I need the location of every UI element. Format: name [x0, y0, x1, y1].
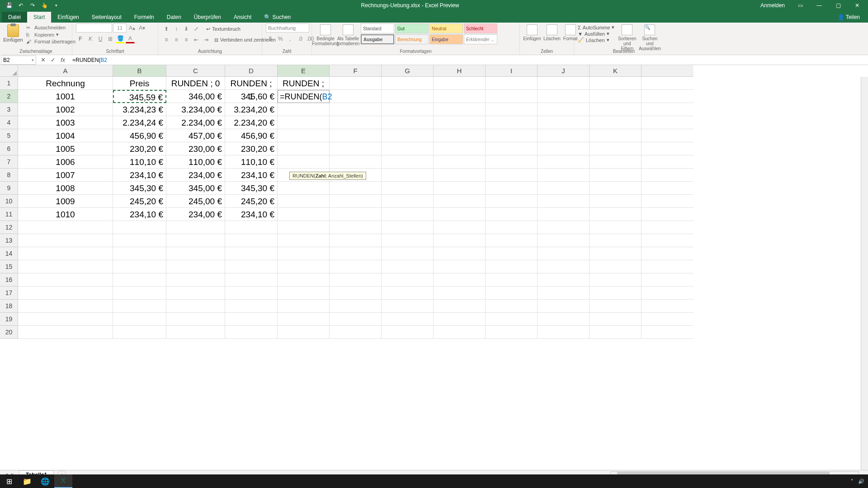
cell[interactable]	[278, 195, 330, 208]
align-middle-icon[interactable]: ↕	[172, 24, 181, 33]
cell[interactable]	[113, 326, 166, 339]
cell[interactable]: =RUNDEN(B2	[278, 90, 330, 103]
tab-formeln[interactable]: Formeln	[128, 12, 160, 23]
tab-start[interactable]: Start	[27, 12, 51, 23]
cell[interactable]	[330, 195, 382, 208]
percent-icon[interactable]: %	[276, 34, 285, 43]
cell[interactable]	[486, 116, 538, 129]
cell[interactable]	[278, 260, 330, 273]
cell[interactable]	[382, 247, 434, 260]
cell[interactable]	[538, 116, 590, 129]
cell[interactable]: 3.234,20 €	[225, 103, 278, 116]
cell[interactable]	[486, 208, 538, 221]
cell[interactable]	[330, 247, 382, 260]
cell[interactable]	[225, 313, 278, 326]
cell[interactable]: 1001	[18, 90, 113, 103]
cell[interactable]	[538, 247, 590, 260]
cell[interactable]	[330, 300, 382, 313]
cell[interactable]	[113, 313, 166, 326]
copy-button[interactable]: ⎘Kopieren ▾	[25, 31, 76, 38]
cell[interactable]	[434, 326, 486, 339]
row-header[interactable]: 19	[0, 313, 18, 326]
tab-ansicht[interactable]: Ansicht	[227, 12, 258, 23]
cell[interactable]: 1002	[18, 103, 113, 116]
tab-datei[interactable]: Datei	[2, 12, 27, 23]
cell[interactable]	[434, 129, 486, 142]
name-box[interactable]: B2	[1, 56, 36, 65]
cell[interactable]: 1006	[18, 155, 113, 169]
cell[interactable]: 234,00 €	[166, 169, 225, 182]
tab-teilen[interactable]: 👤 Teilen	[831, 12, 866, 23]
row-header[interactable]: 20	[0, 326, 18, 339]
align-left-icon[interactable]: ≡	[162, 35, 171, 44]
cell[interactable]	[382, 182, 434, 195]
cell[interactable]	[538, 208, 590, 221]
cell[interactable]	[278, 182, 330, 195]
cell[interactable]	[538, 103, 590, 116]
cell[interactable]	[486, 182, 538, 195]
row-header[interactable]: 10	[0, 195, 18, 208]
cell[interactable]	[113, 247, 166, 260]
cell[interactable]	[538, 313, 590, 326]
cell[interactable]	[434, 90, 486, 103]
cell[interactable]	[166, 326, 225, 339]
row-header[interactable]: 14	[0, 247, 18, 260]
cell[interactable]	[166, 313, 225, 326]
cell[interactable]	[590, 90, 642, 103]
cell-styles-gallery[interactable]: Standard Gut Neutral Schlecht Ausgabe Be…	[361, 23, 497, 44]
cell[interactable]	[113, 286, 166, 300]
fill-color-button[interactable]: 🪣	[116, 34, 125, 43]
cell[interactable]	[590, 155, 642, 169]
cell[interactable]: RUNDEN ; -1	[278, 77, 330, 90]
cell[interactable]	[225, 273, 278, 286]
cell[interactable]	[538, 300, 590, 313]
autosum-button[interactable]: Σ AutoSumme ▾	[578, 24, 614, 30]
cell[interactable]	[382, 300, 434, 313]
row-header[interactable]: 15	[0, 260, 18, 273]
cell[interactable]: Preis	[113, 77, 166, 90]
cell[interactable]: 456,90 €	[113, 129, 166, 142]
cell[interactable]	[382, 286, 434, 300]
cell[interactable]	[330, 234, 382, 247]
cell[interactable]	[434, 247, 486, 260]
column-header[interactable]: G	[382, 65, 434, 77]
cell[interactable]	[434, 208, 486, 221]
cell[interactable]	[225, 247, 278, 260]
align-bottom-icon[interactable]: ⬇	[182, 24, 191, 33]
style-neutral[interactable]: Neutral	[429, 23, 463, 33]
sort-filter-button[interactable]: Sortieren und Filtern	[617, 23, 637, 51]
cell[interactable]	[382, 90, 434, 103]
cell[interactable]: 245,00 €	[166, 195, 225, 208]
cell[interactable]: 245,20 €	[113, 195, 166, 208]
cell[interactable]	[538, 169, 590, 182]
cell[interactable]	[278, 286, 330, 300]
cell[interactable]	[538, 90, 590, 103]
tab-seitenlayout[interactable]: Seitenlayout	[85, 12, 128, 23]
cell[interactable]	[382, 195, 434, 208]
cell[interactable]	[18, 313, 113, 326]
cell[interactable]: 110,00 €	[166, 155, 225, 169]
cell[interactable]	[278, 300, 330, 313]
cell[interactable]	[278, 129, 330, 142]
cell[interactable]	[382, 103, 434, 116]
cell[interactable]	[278, 221, 330, 234]
row-header[interactable]: 3	[0, 103, 18, 116]
cell[interactable]	[225, 234, 278, 247]
cell[interactable]: 234,10 €	[225, 169, 278, 182]
fill-button[interactable]: ▼ Ausfüllen ▾	[578, 31, 614, 37]
cell[interactable]: RUNDEN ; 0	[166, 77, 225, 90]
cell[interactable]: 245,20 €	[225, 195, 278, 208]
cell[interactable]	[590, 182, 642, 195]
decrease-font-icon[interactable]: A▾	[137, 23, 146, 33]
cell[interactable]	[330, 221, 382, 234]
cell[interactable]	[538, 260, 590, 273]
cell[interactable]	[278, 155, 330, 169]
cell[interactable]	[18, 326, 113, 339]
cell[interactable]: RUNDEN ; 1	[225, 77, 278, 90]
cell[interactable]	[330, 116, 382, 129]
row-header[interactable]: 9	[0, 182, 18, 195]
cell[interactable]	[434, 260, 486, 273]
paste-button[interactable]: Einfügen	[4, 23, 23, 42]
row-header[interactable]: 7	[0, 155, 18, 169]
align-right-icon[interactable]: ≡	[182, 35, 191, 44]
